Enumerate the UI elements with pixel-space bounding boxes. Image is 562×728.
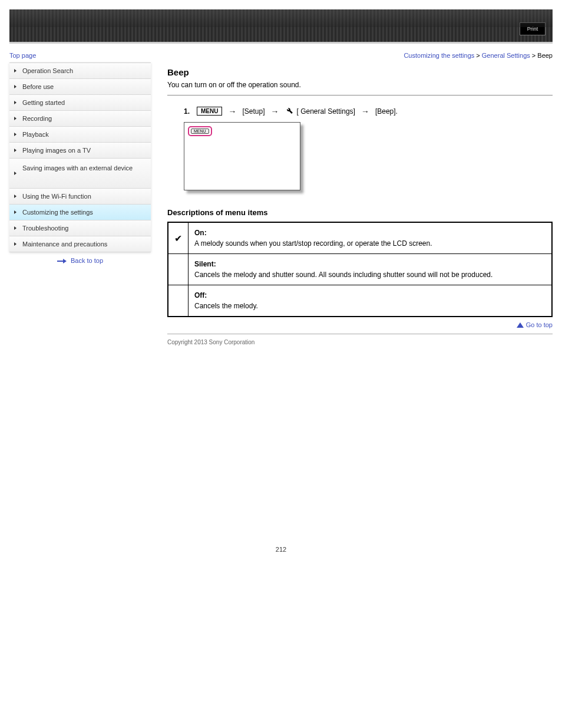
step-setup: [Setup] [242,107,265,116]
sidebar-item-label: Maintenance and precautions [22,241,107,248]
breadcrumb-row: Top page Customizing the settings > Gene… [9,52,553,59]
check-icon: ✔ [168,222,189,254]
sidebar-item-label: Using the Wi-Fi function [22,193,91,200]
arrow-right-icon: → [271,107,279,116]
sidebar-item-getting-started[interactable]: Getting started [9,95,151,111]
chevron-right-icon [14,149,16,152]
page-number: 212 [9,546,553,553]
sidebar-item-maintenance[interactable]: Maintenance and precautions [9,236,151,252]
chevron-right-icon [14,195,16,198]
sidebar-item-label: Customizing the settings [22,209,93,216]
arrow-right-icon: → [228,107,236,116]
option-title: Off: [194,291,546,299]
sidebar-item-operation-search[interactable]: Operation Search [9,63,151,79]
step-beep: [Beep]. [375,107,398,116]
svg-marker-1 [63,259,67,263]
sidebar-item-saving-images[interactable]: Saving images with an external device [9,159,151,189]
breadcrumb-3: Beep [537,52,553,59]
table-row: Silent: Cancels the melody and shutter s… [168,254,552,285]
sidebar-item-playing-on-tv[interactable]: Playing images on a TV [9,143,151,159]
chevron-right-icon [14,133,16,136]
sidebar-item-label: Playing images on a TV [22,147,91,154]
go-to-top-link[interactable]: Go to top [517,321,553,328]
menu-chip-highlight: MENU [188,126,212,136]
sidebar: Operation Search Before use Getting star… [9,62,151,345]
section-heading: Descriptions of menu items [167,208,553,217]
table-row: ✔ On: A melody sounds when you start/sto… [168,222,552,254]
sidebar-item-label: Saving images with an external device [22,164,133,172]
menu-button-icon: MENU [197,107,222,116]
breadcrumb-1[interactable]: Customizing the settings [404,52,474,59]
page-title: Beep [167,67,553,77]
empty-icon [168,285,189,317]
lcd-screenshot: MENU [184,122,300,190]
chevron-right-icon [14,117,16,120]
top-page-link[interactable]: Top page [9,52,36,59]
chevron-right-icon [14,242,16,246]
menu-path-step: 1. MENU → [Setup] → [ General Settings] … [184,106,553,116]
chevron-right-icon [14,172,16,175]
sidebar-item-label: Getting started [22,99,65,106]
table-row: Off: Cancels the melody. [168,285,552,317]
sidebar-item-before-use[interactable]: Before use [9,79,151,95]
sidebar-item-label: Before use [22,83,54,90]
sidebar-item-label: Recording [22,115,52,122]
arrow-up-icon [517,322,524,328]
sidebar-item-label: Operation Search [22,67,73,74]
chevron-right-icon [14,101,16,104]
go-to-top-label: Go to top [526,321,553,328]
options-table: ✔ On: A melody sounds when you start/sto… [167,222,553,317]
sidebar-item-label: Playback [22,131,49,138]
chevron-right-icon [14,85,16,88]
sidebar-item-label: Troubleshooting [22,225,68,232]
chevron-right-icon [14,226,16,230]
sidebar-item-wifi[interactable]: Using the Wi-Fi function [9,189,151,205]
option-title: On: [194,229,546,237]
step-number: 1. [184,107,190,116]
sidebar-item-recording[interactable]: Recording [9,111,151,127]
chevron-right-icon [14,69,16,73]
sidebar-item-playback[interactable]: Playback [9,127,151,143]
menu-chip-label: MENU [191,129,209,134]
divider [167,95,553,95]
wrench-icon [285,106,293,116]
step-general-settings: [ General Settings] [297,107,355,116]
option-body: Cancels the melody and shutter sound. Al… [194,271,546,279]
copyright-text: Copyright 2013 Sony Corporation [167,339,553,345]
chevron-right-icon [14,210,16,214]
top-banner: Print [9,9,553,44]
arrow-right-icon: → [361,107,369,116]
sidebar-item-troubleshooting[interactable]: Troubleshooting [9,220,151,236]
print-button[interactable]: Print [520,22,546,35]
main-content: Beep You can turn on or off the operatio… [167,62,553,345]
option-body: Cancels the melody. [194,302,546,310]
sidebar-item-customizing[interactable]: Customizing the settings [9,205,151,220]
option-title: Silent: [194,260,546,268]
footer-bar: Go to top Copyright 2013 Sony Corporatio… [167,334,553,345]
arrow-right-icon [57,258,67,264]
option-body: A melody sounds when you start/stop reco… [194,239,546,248]
empty-icon [168,254,189,285]
breadcrumb-2[interactable]: General Settings [482,52,530,59]
page-description: You can turn on or off the operation sou… [167,81,553,89]
back-to-top-link[interactable]: Back to top [71,257,103,264]
